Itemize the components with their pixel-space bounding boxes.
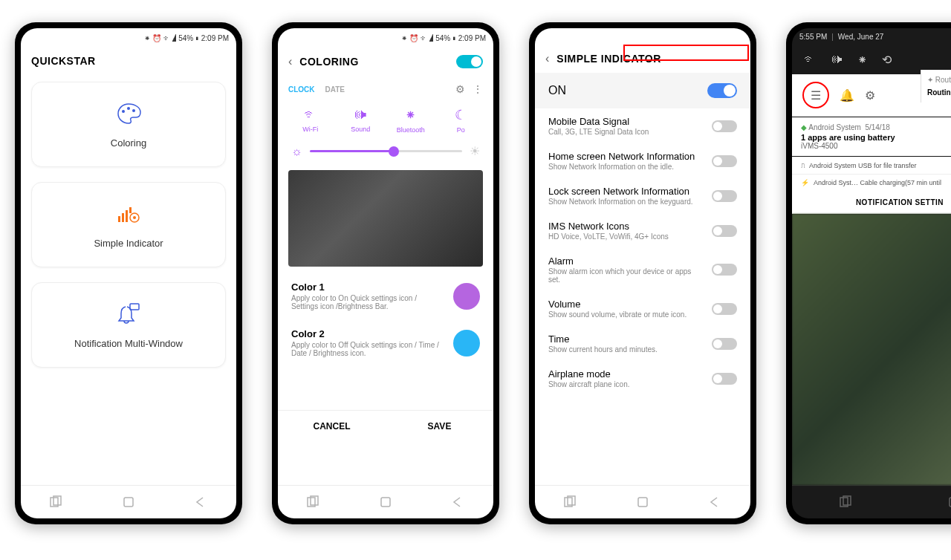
setting-desc: Show alarm icon which your device or app… bbox=[548, 267, 704, 284]
recents-icon[interactable] bbox=[49, 495, 64, 509]
setting-item[interactable]: TimeShow current hours and minutes. bbox=[535, 326, 750, 361]
card-simple-indicator[interactable]: Simple Indicator bbox=[31, 182, 226, 267]
master-toggle[interactable] bbox=[456, 55, 483, 68]
bell-icon[interactable]: 🔔 bbox=[840, 88, 854, 102]
setting-desc: Call, 3G, LTE Signal Data Icon bbox=[548, 128, 704, 136]
nav-bar bbox=[21, 485, 236, 518]
status-bar: 5:55 PM | Wed, June 27 bbox=[792, 28, 951, 45]
setting-item[interactable]: AlarmShow alarm icon which your device o… bbox=[535, 248, 750, 291]
master-on-row[interactable]: ON bbox=[535, 73, 750, 108]
save-button[interactable]: SAVE bbox=[386, 411, 493, 442]
toggle[interactable] bbox=[712, 264, 737, 276]
bluetooth-icon: ⁕ bbox=[405, 107, 416, 123]
routine-panel: ✦ Routines ˅ Routine on ru bbox=[921, 70, 951, 102]
toggle[interactable] bbox=[712, 373, 737, 385]
svg-rect-18 bbox=[638, 498, 647, 507]
time: 5:55 PM bbox=[799, 33, 827, 41]
color1-desc: Apply color to On Quick settings icon / … bbox=[291, 294, 444, 310]
toggle[interactable] bbox=[712, 225, 737, 237]
setting-desc: Show sound volume, vibrate or mute icon. bbox=[548, 310, 704, 319]
recents-icon[interactable] bbox=[563, 495, 578, 509]
toggle[interactable] bbox=[712, 303, 737, 315]
highlight-circle: ☰ bbox=[802, 82, 829, 108]
wifi-icon: ᯤ bbox=[304, 107, 317, 123]
home-icon[interactable] bbox=[947, 495, 952, 509]
svg-rect-6 bbox=[129, 207, 132, 213]
recents-icon[interactable] bbox=[306, 495, 321, 509]
brightness-high-icon: ☀ bbox=[470, 144, 480, 158]
setting-desc: HD Voice, VoLTE, VoWifi, 4G+ Icons bbox=[548, 232, 704, 241]
card-label: Simple Indicator bbox=[94, 238, 163, 249]
card-coloring[interactable]: Coloring bbox=[31, 82, 226, 167]
status-bar: ⁕ ⏰ ᯤ ◢ 54% ▮ 2:09 PM bbox=[278, 28, 493, 48]
setting-title: IMS Network Icons bbox=[548, 221, 704, 232]
setting-item[interactable]: Home screen Network InformationShow Netw… bbox=[535, 143, 750, 178]
back-icon[interactable] bbox=[193, 495, 208, 509]
setting-title: Lock screen Network Information bbox=[548, 186, 704, 197]
phone-notification-panel: 5:55 PM | Wed, June 27 ᯤ 🕪 ⁕ ⟲ ✦ Routine… bbox=[786, 22, 951, 524]
setting-item[interactable]: Airplane modeShow aircraft plane icon. bbox=[535, 361, 750, 396]
setting-item[interactable]: VolumeShow sound volume, vibrate or mute… bbox=[535, 291, 750, 326]
more-icon[interactable]: ⋮ bbox=[473, 83, 483, 95]
notification-settings-button[interactable]: NOTIFICATION SETTIN bbox=[792, 191, 951, 214]
color1-row[interactable]: Color 1 Apply color to On Quick settings… bbox=[278, 273, 493, 319]
card-notification-multiwindow[interactable]: Notification Multi-Window bbox=[31, 282, 226, 368]
page-title: COLORING bbox=[299, 56, 358, 68]
nav-bar bbox=[278, 485, 493, 518]
signal-gear-icon bbox=[115, 201, 142, 227]
recents-icon[interactable] bbox=[839, 495, 854, 509]
blurred-background: SKTelecom bbox=[792, 214, 951, 485]
sub-tabs: CLOCK DATE ⚙ ⋮ bbox=[278, 76, 493, 102]
phone-simple-indicator: ‹ SIMPLE INDICATOR ON Mobile Data Signal… bbox=[529, 22, 756, 524]
toggle[interactable] bbox=[712, 190, 737, 202]
bluetooth-icon[interactable]: ⁕ bbox=[857, 53, 867, 67]
setting-item[interactable]: Lock screen Network InformationShow Netw… bbox=[535, 178, 750, 213]
setting-item[interactable]: Mobile Data SignalCall, 3G, LTE Signal D… bbox=[535, 108, 750, 143]
svg-rect-3 bbox=[118, 216, 120, 222]
layout-icon[interactable]: ☰ bbox=[811, 88, 821, 102]
color2-row[interactable]: Color 2 Apply color to Off Quick setting… bbox=[278, 319, 493, 366]
svg-rect-9 bbox=[130, 304, 139, 310]
back-icon[interactable] bbox=[707, 495, 722, 509]
color1-swatch[interactable] bbox=[453, 283, 480, 310]
wifi-icon[interactable]: ᯤ bbox=[804, 53, 816, 67]
setting-desc: Show aircraft plane icon. bbox=[548, 380, 704, 388]
toggle[interactable] bbox=[712, 338, 737, 350]
master-toggle[interactable] bbox=[707, 83, 737, 98]
notification-charging[interactable]: ⚡Android Syst… Cable charging(57 min unt… bbox=[792, 174, 951, 191]
back-icon[interactable] bbox=[450, 495, 465, 509]
toggle[interactable] bbox=[712, 120, 737, 132]
brightness-slider[interactable]: ☼ ☀ bbox=[278, 138, 493, 164]
svg-point-8 bbox=[133, 216, 136, 219]
toggle[interactable] bbox=[712, 155, 737, 167]
setting-item[interactable]: IMS Network IconsHD Voice, VoLTE, VoWifi… bbox=[535, 213, 750, 248]
back-icon[interactable]: ‹ bbox=[545, 52, 549, 65]
gear-icon[interactable]: ⚙ bbox=[865, 88, 875, 102]
color1-title: Color 1 bbox=[291, 281, 444, 293]
tab-date[interactable]: DATE bbox=[325, 85, 345, 94]
brightness-low-icon: ☼ bbox=[291, 145, 302, 158]
svg-point-2 bbox=[132, 109, 135, 112]
app-header: QUICKSTAR bbox=[21, 48, 236, 74]
color2-swatch[interactable] bbox=[453, 330, 480, 356]
setting-desc: Show current hours and minutes. bbox=[548, 345, 704, 354]
bell-window-icon bbox=[115, 301, 142, 328]
gear-icon[interactable]: ⚙ bbox=[455, 83, 465, 95]
home-icon[interactable] bbox=[635, 495, 650, 509]
home-icon[interactable] bbox=[121, 495, 136, 509]
notification-usb[interactable]: ⎍Android System USB for file transfer˅ bbox=[792, 157, 951, 174]
rotate-icon[interactable]: ⟲ bbox=[882, 53, 892, 67]
setting-title: Home screen Network Information bbox=[548, 151, 704, 162]
app-header: ‹ COLORING bbox=[278, 48, 493, 76]
svg-rect-5 bbox=[126, 210, 128, 222]
notification-card[interactable]: ◆ Android System 5/14/18 1 apps are usin… bbox=[792, 117, 951, 156]
tab-clock[interactable]: CLOCK bbox=[288, 85, 315, 94]
usb-icon: ⎍ bbox=[801, 162, 805, 169]
sound-icon[interactable]: 🕪 bbox=[831, 53, 843, 67]
cancel-button[interactable]: CANCEL bbox=[278, 411, 386, 442]
back-icon[interactable]: ‹ bbox=[288, 55, 292, 68]
color2-desc: Apply color to Off Quick settings icon /… bbox=[291, 341, 444, 357]
sound-icon: 🕪 bbox=[354, 107, 367, 123]
home-icon[interactable] bbox=[378, 495, 393, 509]
color2-title: Color 2 bbox=[291, 328, 444, 339]
